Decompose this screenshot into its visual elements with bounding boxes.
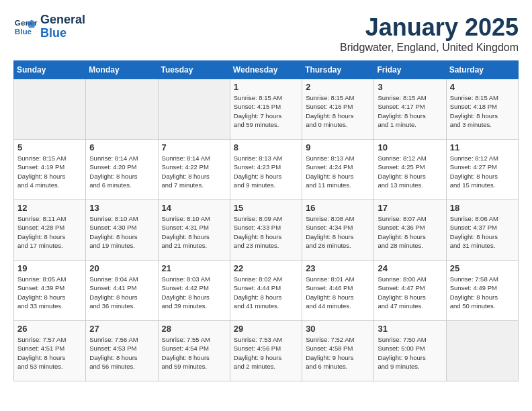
day-number: 18: [450, 203, 515, 213]
day-info: Sunrise: 8:12 AM Sunset: 4:25 PM Dayligh…: [378, 154, 442, 189]
day-number: 30: [306, 324, 370, 334]
header-wednesday: Wednesday: [230, 61, 302, 79]
month-title: January 2025: [340, 13, 519, 42]
calendar-cell: 2Sunrise: 8:15 AM Sunset: 4:16 PM Daylig…: [302, 79, 374, 140]
calendar-week-row: 5Sunrise: 8:15 AM Sunset: 4:19 PM Daylig…: [14, 140, 519, 200]
header-friday: Friday: [374, 61, 446, 79]
header-thursday: Thursday: [302, 61, 374, 79]
day-info: Sunrise: 7:52 AM Sunset: 4:58 PM Dayligh…: [306, 335, 370, 371]
calendar-cell: 20Sunrise: 8:04 AM Sunset: 4:41 PM Dayli…: [86, 261, 158, 321]
day-number: 23: [306, 263, 370, 273]
calendar-cell: 6Sunrise: 8:14 AM Sunset: 4:20 PM Daylig…: [86, 140, 158, 200]
calendar-cell: 11Sunrise: 8:12 AM Sunset: 4:27 PM Dayli…: [446, 140, 518, 200]
day-info: Sunrise: 8:15 AM Sunset: 4:19 PM Dayligh…: [17, 154, 82, 189]
calendar-cell: 13Sunrise: 8:10 AM Sunset: 4:30 PM Dayli…: [86, 200, 158, 261]
day-info: Sunrise: 8:11 AM Sunset: 4:28 PM Dayligh…: [17, 214, 82, 250]
day-number: 28: [162, 324, 226, 334]
calendar-week-row: 1Sunrise: 8:15 AM Sunset: 4:15 PM Daylig…: [14, 79, 519, 140]
day-info: Sunrise: 8:07 AM Sunset: 4:36 PM Dayligh…: [378, 214, 442, 250]
calendar-cell: 15Sunrise: 8:09 AM Sunset: 4:33 PM Dayli…: [230, 200, 302, 261]
page-header: General Blue General Blue January 2025 B…: [13, 13, 519, 54]
day-info: Sunrise: 8:05 AM Sunset: 4:39 PM Dayligh…: [17, 275, 82, 310]
calendar-cell: 9Sunrise: 8:13 AM Sunset: 4:24 PM Daylig…: [302, 140, 374, 200]
calendar-cell: 29Sunrise: 7:53 AM Sunset: 4:56 PM Dayli…: [230, 321, 302, 381]
calendar-cell: 12Sunrise: 8:11 AM Sunset: 4:28 PM Dayli…: [14, 200, 86, 261]
day-number: 17: [378, 203, 442, 213]
day-info: Sunrise: 8:14 AM Sunset: 4:22 PM Dayligh…: [162, 154, 226, 189]
day-number: 4: [450, 82, 515, 92]
day-number: 27: [89, 324, 154, 334]
calendar-cell: 22Sunrise: 8:02 AM Sunset: 4:44 PM Dayli…: [230, 261, 302, 321]
day-info: Sunrise: 8:13 AM Sunset: 4:24 PM Dayligh…: [306, 154, 370, 189]
day-info: Sunrise: 8:09 AM Sunset: 4:33 PM Dayligh…: [234, 214, 298, 250]
day-info: Sunrise: 8:15 AM Sunset: 4:18 PM Dayligh…: [450, 93, 515, 129]
calendar-cell: 10Sunrise: 8:12 AM Sunset: 4:25 PM Dayli…: [374, 140, 446, 200]
day-number: 5: [17, 142, 82, 152]
day-info: Sunrise: 8:12 AM Sunset: 4:27 PM Dayligh…: [450, 154, 515, 189]
day-number: 15: [234, 203, 298, 213]
day-number: 13: [89, 203, 154, 213]
calendar-cell: 7Sunrise: 8:14 AM Sunset: 4:22 PM Daylig…: [158, 140, 230, 200]
header-tuesday: Tuesday: [158, 61, 230, 79]
day-info: Sunrise: 8:06 AM Sunset: 4:37 PM Dayligh…: [450, 214, 515, 250]
calendar-table: SundayMondayTuesdayWednesdayThursdayFrid…: [13, 60, 519, 381]
day-number: 2: [306, 82, 370, 92]
header-saturday: Saturday: [446, 61, 518, 79]
calendar-cell: 25Sunrise: 7:58 AM Sunset: 4:49 PM Dayli…: [446, 261, 518, 321]
day-info: Sunrise: 8:15 AM Sunset: 4:17 PM Dayligh…: [378, 93, 442, 129]
day-info: Sunrise: 8:15 AM Sunset: 4:15 PM Dayligh…: [234, 93, 298, 129]
day-info: Sunrise: 7:58 AM Sunset: 4:49 PM Dayligh…: [450, 275, 515, 310]
day-info: Sunrise: 8:10 AM Sunset: 4:31 PM Dayligh…: [162, 214, 226, 250]
day-number: 31: [378, 324, 442, 334]
day-number: 8: [234, 142, 298, 152]
day-info: Sunrise: 8:08 AM Sunset: 4:34 PM Dayligh…: [306, 214, 370, 250]
day-info: Sunrise: 8:01 AM Sunset: 4:46 PM Dayligh…: [306, 275, 370, 310]
location: Bridgwater, England, United Kingdom: [340, 42, 519, 54]
day-number: 6: [89, 142, 154, 152]
day-info: Sunrise: 7:53 AM Sunset: 4:56 PM Dayligh…: [234, 335, 298, 371]
day-number: 19: [17, 263, 82, 273]
day-info: Sunrise: 8:10 AM Sunset: 4:30 PM Dayligh…: [89, 214, 154, 250]
calendar-cell: 31Sunrise: 7:50 AM Sunset: 5:00 PM Dayli…: [374, 321, 446, 381]
day-number: 9: [306, 142, 370, 152]
calendar-cell: 16Sunrise: 8:08 AM Sunset: 4:34 PM Dayli…: [302, 200, 374, 261]
logo-text-blue: Blue: [40, 27, 85, 40]
calendar-cell: 8Sunrise: 8:13 AM Sunset: 4:23 PM Daylig…: [230, 140, 302, 200]
day-info: Sunrise: 8:00 AM Sunset: 4:47 PM Dayligh…: [378, 275, 442, 310]
logo: General Blue General Blue: [13, 13, 85, 40]
day-info: Sunrise: 7:56 AM Sunset: 4:53 PM Dayligh…: [89, 335, 154, 371]
calendar-cell: 19Sunrise: 8:05 AM Sunset: 4:39 PM Dayli…: [14, 261, 86, 321]
day-number: 26: [17, 324, 82, 334]
calendar-cell: 5Sunrise: 8:15 AM Sunset: 4:19 PM Daylig…: [14, 140, 86, 200]
calendar-cell: 17Sunrise: 8:07 AM Sunset: 4:36 PM Dayli…: [374, 200, 446, 261]
calendar-cell: 4Sunrise: 8:15 AM Sunset: 4:18 PM Daylig…: [446, 79, 518, 140]
logo-icon: General Blue: [13, 15, 38, 39]
day-number: 24: [378, 263, 442, 273]
day-info: Sunrise: 8:04 AM Sunset: 4:41 PM Dayligh…: [89, 275, 154, 310]
day-number: 10: [378, 142, 442, 152]
header-monday: Monday: [86, 61, 158, 79]
header-sunday: Sunday: [14, 61, 86, 79]
day-info: Sunrise: 8:02 AM Sunset: 4:44 PM Dayligh…: [234, 275, 298, 310]
calendar-cell: 26Sunrise: 7:57 AM Sunset: 4:51 PM Dayli…: [14, 321, 86, 381]
calendar-cell: [158, 79, 230, 140]
calendar-cell: 27Sunrise: 7:56 AM Sunset: 4:53 PM Dayli…: [86, 321, 158, 381]
day-number: 12: [17, 203, 82, 213]
day-info: Sunrise: 8:14 AM Sunset: 4:20 PM Dayligh…: [89, 154, 154, 189]
calendar-cell: 1Sunrise: 8:15 AM Sunset: 4:15 PM Daylig…: [230, 79, 302, 140]
calendar-cell: [14, 79, 86, 140]
calendar-cell: 24Sunrise: 8:00 AM Sunset: 4:47 PM Dayli…: [374, 261, 446, 321]
day-number: 25: [450, 263, 515, 273]
logo-text-general: General: [40, 13, 85, 27]
day-number: 22: [234, 263, 298, 273]
day-number: 29: [234, 324, 298, 334]
calendar-cell: 23Sunrise: 8:01 AM Sunset: 4:46 PM Dayli…: [302, 261, 374, 321]
calendar-cell: 30Sunrise: 7:52 AM Sunset: 4:58 PM Dayli…: [302, 321, 374, 381]
calendar-cell: [446, 321, 518, 381]
day-number: 14: [162, 203, 226, 213]
calendar-week-row: 12Sunrise: 8:11 AM Sunset: 4:28 PM Dayli…: [14, 200, 519, 261]
day-number: 11: [450, 142, 515, 152]
day-info: Sunrise: 7:55 AM Sunset: 4:54 PM Dayligh…: [162, 335, 226, 371]
day-number: 20: [89, 263, 154, 273]
day-number: 3: [378, 82, 442, 92]
